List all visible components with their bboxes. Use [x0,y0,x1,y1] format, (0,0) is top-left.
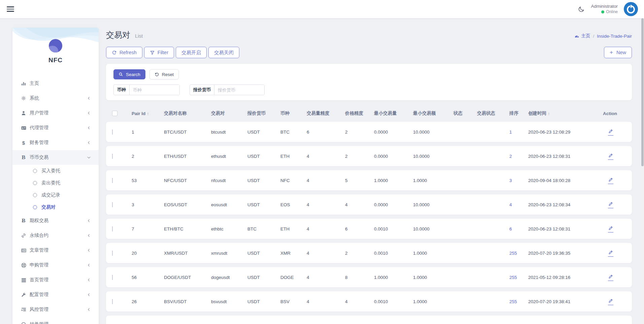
sort-link[interactable]: 3 [509,178,512,183]
row-checkbox[interactable] [112,202,113,207]
edit-button[interactable] [608,274,613,281]
row-checkbox[interactable] [112,130,113,135]
cell-price-precision: 2 [339,154,368,159]
sidebar-item-letter-b[interactable]: B币币交易 [12,150,99,165]
sidebar-item-label: 风控管理 [30,307,87,313]
select-all-checkbox[interactable] [112,111,117,116]
page-scrollbar[interactable] [641,18,644,324]
row-checkbox-cell [106,154,126,159]
cell-price-precision: 8 [339,275,368,280]
toolbar-button-3[interactable]: 交易关闭 [208,47,239,58]
sidebar-toggle-button[interactable] [7,5,14,13]
sidebar-item-id-card[interactable]: 代理管理 [12,120,99,135]
sidebar-item-dollar[interactable]: $财务管理 [12,135,99,150]
toolbar-button-2[interactable]: 交易开启 [176,47,207,58]
filter-field-input[interactable] [130,85,179,95]
sidebar-item-life-ring[interactable]: 申购管理 [12,258,99,273]
table-row: 20XMR/USDTxmrusdtUSDTXMR420.00101.000025… [106,243,632,263]
column-header-label: 报价货币 [247,110,266,116]
sidebar-subitem[interactable]: 买入委托 [12,165,99,177]
cell-quote: BTC [241,226,274,231]
top-navbar: Administrator Online [0,0,644,18]
new-button[interactable]: + New [604,47,632,58]
page-body: NFC 主页系统用户管理代理管理$财务管理B币币交易买入委托卖出委托成交记录交易… [0,18,644,324]
sidebar-item-bitcoin[interactable]: Ƀ期权交易 [12,213,99,228]
sidebar-item-label: 文章管理 [30,247,87,253]
edit-button[interactable] [608,298,613,305]
toolbar-button-1[interactable]: Filter [144,47,174,58]
edit-button[interactable] [608,201,613,208]
row-checkbox[interactable] [112,299,113,304]
sort-link[interactable]: 255 [509,275,517,280]
sidebar-item-user[interactable]: 用户管理 [12,106,99,120]
cell-coin: XMR [274,251,301,256]
sort-link[interactable]: 255 [509,251,517,256]
edit-button[interactable] [608,250,613,257]
link-icon [21,232,27,239]
cell-name: XMR/USDT [158,251,205,256]
user-menu[interactable]: Administrator Online [591,4,618,14]
breadcrumb-home[interactable]: 主页 [574,33,590,39]
row-checkbox[interactable] [112,226,113,231]
column-header-label: Action [603,111,617,116]
header-checkbox-cell [106,111,126,116]
sort-link[interactable]: 2 [509,154,512,159]
search-button[interactable]: Search [113,69,145,79]
sort-asc-icon[interactable]: ↑ [548,111,550,116]
chevron-left-icon [87,233,91,238]
column-header-label: 价格精度 [345,110,363,116]
cell-pair-id: 1 [126,130,158,135]
dark-mode-toggle[interactable] [578,6,585,12]
bitcoin-icon: Ƀ [21,218,27,224]
cell-sort: 1 [503,130,522,135]
row-checkbox[interactable] [112,251,113,256]
sort-link[interactable]: 255 [509,299,517,304]
cell-created-at: 2020-06-23 12:08:34 [522,202,597,207]
edit-button[interactable] [608,177,613,184]
toolbar-button-0[interactable]: Refresh [106,47,142,58]
circle-icon [33,205,37,209]
row-checkbox[interactable] [112,275,113,280]
cell-pair: ethbtc [205,226,241,231]
life-ring-icon [21,262,27,268]
cell-pair: dogeusdt [205,275,241,280]
sidebar-item-list[interactable]: 首页管理 [12,273,99,287]
sidebar-subitem[interactable]: 交易对 [12,201,99,213]
cell-created-at: 2020-06-23 12:08:31 [522,154,597,159]
sort-link[interactable]: 1 [509,130,512,135]
row-checkbox-cell [106,178,126,183]
reset-button[interactable]: Reset [149,69,179,79]
cell-action [597,225,632,232]
sort-link[interactable]: 4 [509,202,512,207]
sidebar-item-wrench[interactable]: 配置管理 [12,287,99,302]
sort-link[interactable]: 6 [509,226,512,231]
row-checkbox[interactable] [112,178,113,183]
scrollbar-thumb[interactable] [641,18,644,166]
sidebar-subitem[interactable]: 成交记录 [12,189,99,201]
sidebar-item-circle[interactable]: 挂单管理 [12,317,99,324]
edit-button[interactable] [608,153,613,160]
edit-button[interactable] [608,129,613,136]
sidebar-subitem[interactable]: 卖出委托 [12,177,99,189]
sidebar-item-bar-chart[interactable]: 主页 [12,76,99,91]
sort-asc-icon[interactable]: ↑ [147,111,149,116]
sidebar-subitem-label: 卖出委托 [41,180,60,186]
column-header: 交易量精度 [301,110,339,116]
pencil-icon [608,274,613,280]
avatar[interactable] [624,2,638,16]
sidebar-item-link[interactable]: 永续合约 [12,228,99,243]
main-content: 交易对 List 主页 / Inside-Trade-Pair RefreshF… [106,18,632,324]
refresh-icon [112,50,117,55]
column-header-label: 币种 [280,110,290,116]
cell-quote: USDT [241,202,274,207]
sidebar-item-newspaper[interactable]: 文章管理 [12,243,99,258]
bar-chart-icon [21,80,27,86]
sidebar-item-indent[interactable]: 风控管理 [12,302,99,317]
filter-field-input[interactable] [214,85,264,95]
column-header-label: 交易对 [211,110,225,116]
sidebar-item-gear[interactable]: 系统 [12,91,99,106]
cell-quote: USDT [241,130,274,135]
cell-price-precision: 6 [339,226,368,231]
edit-button[interactable] [608,225,613,232]
row-checkbox[interactable] [112,154,113,159]
